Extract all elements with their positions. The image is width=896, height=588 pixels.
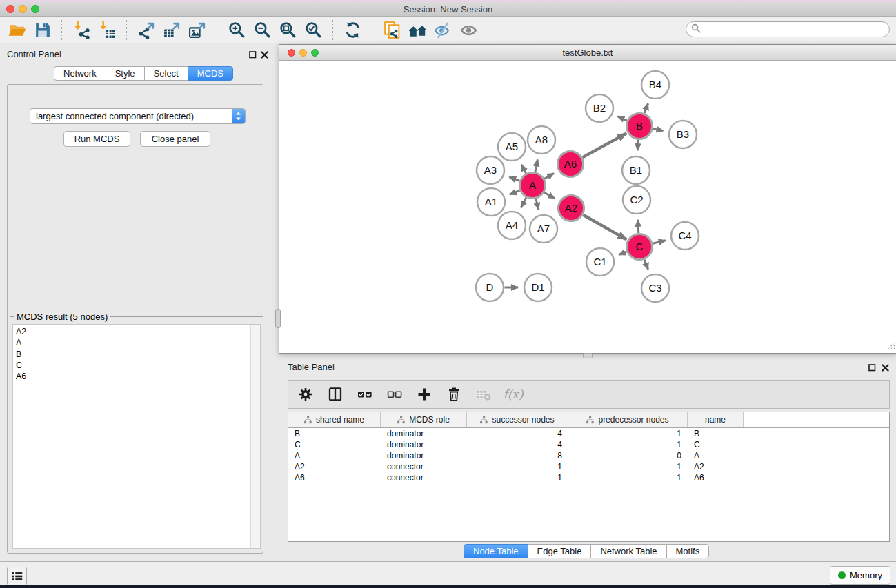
unselect-all-button[interactable] [386,385,404,403]
open-file-button[interactable] [4,18,30,41]
node-B2[interactable]: B2 [586,94,613,122]
zoom-in-button[interactable] [224,18,250,41]
edge-B-B3[interactable] [653,129,664,131]
edge-C-C2[interactable] [638,220,639,233]
node-D[interactable]: D [476,274,504,301]
tab-network-table[interactable]: Network Table [590,544,666,558]
node-A[interactable]: A [520,173,546,199]
edge-B-B2[interactable] [618,116,627,121]
optimization-criterion-select[interactable]: largest connected component (directed) [30,108,246,124]
node-B1[interactable]: B1 [622,156,650,184]
edge-A-A5[interactable] [521,165,526,174]
edge-A-A1[interactable] [510,190,520,194]
search-input[interactable] [701,23,889,37]
node-A8[interactable]: A8 [528,126,555,154]
node-A4[interactable]: A4 [498,212,526,239]
network-window-titlebar[interactable]: testGlobe.txt [279,45,896,61]
node-A7[interactable]: A7 [530,215,557,243]
zoom-out-button[interactable] [250,18,275,41]
mcds-result-item[interactable]: C [13,360,260,371]
export-image-button[interactable] [185,18,210,41]
search-box[interactable] [686,21,890,37]
export-table-button[interactable] [159,18,185,41]
tab-select[interactable]: Select [144,66,188,81]
zoom-fit-button[interactable] [275,18,301,41]
mcds-result-scrollbar[interactable] [250,325,260,548]
edge-A-A8[interactable] [535,160,538,172]
save-session-button[interactable] [30,18,55,41]
tab-node-table[interactable]: Node Table [464,544,528,558]
node-B[interactable]: B [627,114,653,139]
import-network-button[interactable] [69,18,94,41]
hide-graphics-details-button[interactable] [430,18,456,41]
control-panel-float-button[interactable] [248,50,257,59]
node-C3[interactable]: C3 [641,274,669,302]
show-graphics-details-button[interactable] [456,18,481,41]
edge-C-C3[interactable] [644,260,648,270]
node-C4[interactable]: C4 [671,222,699,250]
control-panel-close-button[interactable] [260,50,269,59]
vertical-splitter-handle[interactable] [275,309,281,328]
node-C1[interactable]: C1 [586,248,614,276]
select-all-button[interactable] [356,385,374,403]
task-history-button[interactable] [7,567,27,585]
show-columns-button[interactable] [326,385,344,403]
resize-grip-icon[interactable] [886,340,895,352]
memory-button[interactable]: Memory [830,566,890,585]
mcds-result-item[interactable]: B [13,349,260,360]
node-B3[interactable]: B3 [669,121,697,148]
column-header-successor-nodes[interactable]: successor nodes [467,412,568,427]
node-A2[interactable]: A2 [559,196,584,221]
table-panel-float-button[interactable] [868,363,877,372]
edge-A-A6[interactable] [544,174,554,179]
node-B4[interactable]: B4 [641,71,669,99]
import-table-button[interactable] [94,18,120,41]
node-D1[interactable]: D1 [524,274,552,301]
node-C[interactable]: C [627,234,653,260]
table-row[interactable]: Cdominator41C [288,439,889,450]
edge-B-B4[interactable] [644,103,648,113]
table-row[interactable]: Adominator80A [288,450,889,461]
tab-motifs[interactable]: Motifs [666,544,710,558]
node-A5[interactable]: A5 [498,133,526,161]
mcds-result-item[interactable]: A [13,337,260,348]
table-row[interactable]: A6connector11A6 [288,472,889,483]
table-row[interactable]: Bdominator41B [288,428,889,439]
tab-style[interactable]: Style [106,66,145,81]
column-header-name[interactable]: name [688,412,744,427]
edge-B-B1[interactable] [637,140,638,150]
edge-C-C4[interactable] [653,241,665,244]
column-header-MCDS-role[interactable]: MCDS role [381,412,467,427]
node-C2[interactable]: C2 [623,186,650,214]
mcds-result-item[interactable]: A6 [13,371,260,382]
edge-A2-C[interactable] [583,215,626,240]
settings-button[interactable] [297,385,315,403]
network-canvas[interactable]: B4B2BB3A5A8A6A3B1AA1C2A2A4A7C4CC1C3DD1 [279,61,895,355]
tab-network[interactable]: Network [54,66,106,81]
homes-button[interactable] [405,18,430,41]
edge-A-A2[interactable] [544,192,555,199]
zoom-selected-button[interactable] [301,18,326,41]
node-A1[interactable]: A1 [477,188,505,216]
horizontal-splitter-handle[interactable] [583,353,593,358]
column-header-predecessor-nodes[interactable]: predecessor nodes [568,412,688,427]
add-button[interactable] [415,385,433,403]
node-A3[interactable]: A3 [477,156,504,184]
refresh-button[interactable] [340,18,366,41]
edge-A-A4[interactable] [521,198,526,207]
duplicate-network-button[interactable] [379,18,405,41]
edge-C-C1[interactable] [619,252,626,254]
tab-mcds[interactable]: MCDS [188,66,233,81]
edge-A6-B[interactable] [583,133,627,157]
table-panel-close-button[interactable] [881,363,890,372]
node-A6[interactable]: A6 [558,152,584,177]
edge-A-A3[interactable] [509,177,519,181]
delete-button[interactable] [445,385,463,403]
table-row[interactable]: A2connector11A2 [288,461,889,472]
tab-edge-table[interactable]: Edge Table [528,544,592,558]
export-network-button[interactable] [134,18,159,41]
edge-A-A7[interactable] [536,199,539,210]
close-panel-button[interactable]: Close panel [140,131,210,147]
run-mcds-button[interactable]: Run MCDS [63,131,130,147]
column-header-shared-name[interactable]: shared name [288,412,381,427]
